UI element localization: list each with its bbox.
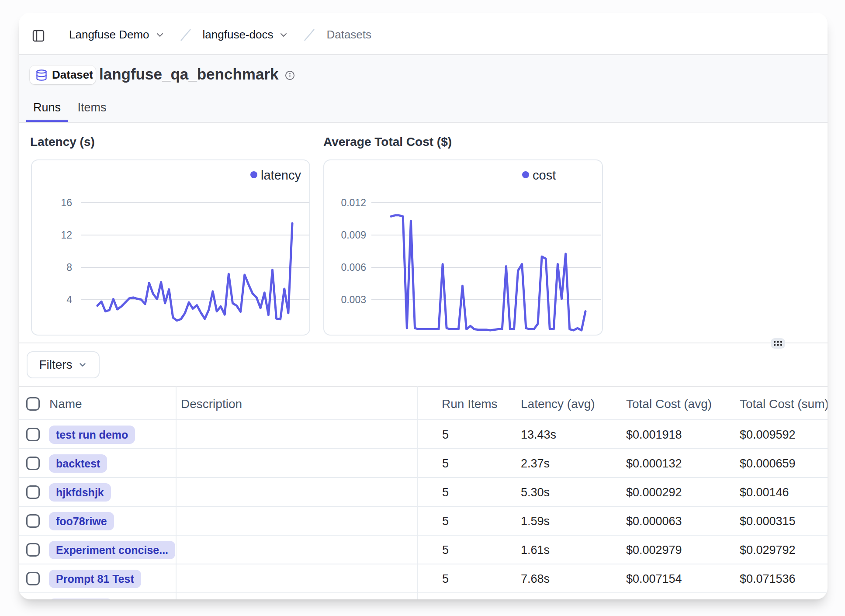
svg-text:0.012: 0.012 — [341, 197, 366, 208]
svg-text:16: 16 — [61, 197, 72, 208]
svg-text:8: 8 — [66, 262, 72, 273]
svg-text:0.009: 0.009 — [341, 229, 366, 241]
svg-text:0.006: 0.006 — [341, 262, 366, 273]
svg-text:12: 12 — [61, 229, 72, 241]
svg-text:4: 4 — [66, 294, 72, 305]
svg-text:cost: cost — [533, 168, 556, 182]
svg-text:0.003: 0.003 — [341, 294, 366, 305]
svg-text:latency: latency — [261, 168, 301, 182]
